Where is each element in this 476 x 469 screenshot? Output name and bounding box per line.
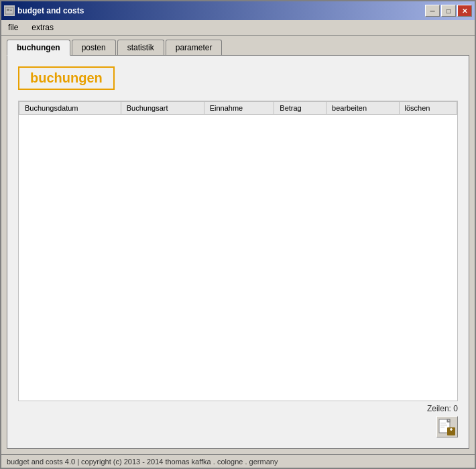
content-panel: buchungen Buchungsdatum Buchungsart Einn… — [7, 55, 469, 449]
svg-rect-12 — [451, 428, 452, 431]
col-loschen: löschen — [399, 102, 457, 115]
close-button[interactable]: ✕ — [457, 5, 472, 17]
content-area: buchungen Buchungsdatum Buchungsart Einn… — [1, 55, 475, 454]
tab-statistik[interactable]: statistik — [117, 40, 164, 55]
col-einnahme: Einnahme — [204, 102, 274, 115]
minimize-button[interactable]: ─ — [425, 5, 440, 17]
add-entry-button[interactable] — [436, 416, 458, 437]
tab-buchungen[interactable]: buchungen — [7, 40, 70, 56]
app-icon — [4, 5, 15, 16]
status-text: budget and costs 4.0 | copyright (c) 201… — [7, 458, 278, 466]
col-buchungsdatum: Buchungsdatum — [19, 102, 121, 115]
col-betrag: Betrag — [274, 102, 326, 115]
svg-rect-2 — [10, 9, 12, 9]
title-bar-buttons: ─ □ ✕ — [425, 5, 472, 17]
svg-rect-8 — [440, 425, 447, 425]
menu-bar: file extras — [1, 20, 475, 36]
data-table-container: Buchungsdatum Buchungsart Einnahme Betra… — [18, 101, 458, 401]
title-bar-left: budget and costs — [4, 5, 84, 16]
row-count-label: Zeilen: 0 — [427, 404, 458, 413]
data-table: Buchungsdatum Buchungsart Einnahme Betra… — [19, 101, 457, 115]
col-bearbeiten: bearbeiten — [326, 102, 400, 115]
menu-item-extras[interactable]: extras — [27, 21, 58, 34]
status-bar: budget and costs 4.0 | copyright (c) 201… — [1, 454, 475, 468]
svg-rect-7 — [440, 423, 446, 423]
maximize-button[interactable]: □ — [441, 5, 456, 17]
window-title: budget and costs — [17, 6, 84, 15]
menu-item-file[interactable]: file — [4, 21, 22, 34]
main-window: budget and costs ─ □ ✕ file extras buchu… — [0, 0, 476, 469]
tab-bar: buchungen posten statistik parameter — [1, 36, 475, 55]
svg-rect-9 — [440, 427, 444, 427]
title-bar: budget and costs ─ □ ✕ — [1, 1, 475, 20]
svg-rect-1 — [7, 9, 9, 11]
col-buchungsart: Buchungsart — [121, 102, 204, 115]
tab-posten[interactable]: posten — [72, 40, 116, 55]
panel-footer: Zeilen: 0 — [18, 401, 458, 413]
svg-rect-3 — [10, 10, 12, 11]
tab-parameter[interactable]: parameter — [166, 40, 223, 55]
panel-title: buchungen — [18, 66, 115, 90]
